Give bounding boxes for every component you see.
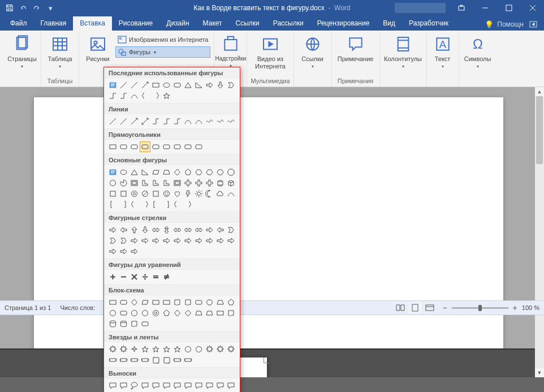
shape-curve[interactable] bbox=[193, 116, 204, 127]
shape-tri[interactable] bbox=[183, 80, 193, 91]
shape-arR[interactable] bbox=[129, 246, 140, 257]
shape-don[interactable] bbox=[150, 308, 161, 318]
shape-brace2[interactable] bbox=[183, 199, 193, 210]
scroll-thumb[interactable] bbox=[536, 96, 543, 164]
shape-circ[interactable] bbox=[140, 308, 150, 318]
shape-brack2[interactable] bbox=[161, 199, 172, 210]
tab-review[interactable]: Рецензирование bbox=[310, 16, 377, 31]
shape-ribbon[interactable] bbox=[118, 355, 129, 365]
shape-rect[interactable] bbox=[150, 297, 161, 308]
shape-line[interactable] bbox=[107, 116, 118, 127]
read-mode-button[interactable] bbox=[394, 302, 407, 313]
shape-curve[interactable] bbox=[226, 188, 236, 199]
tab-mailings[interactable]: Рассылки bbox=[266, 16, 310, 31]
shape-brack[interactable] bbox=[150, 199, 161, 210]
shape-plus[interactable] bbox=[183, 178, 193, 188]
shape-arD[interactable] bbox=[140, 225, 150, 235]
shape-brace[interactable] bbox=[140, 91, 150, 101]
shape-star[interactable] bbox=[161, 344, 172, 355]
pictures-button[interactable]: Рисунки bbox=[83, 33, 113, 63]
shape-arR[interactable] bbox=[204, 225, 215, 235]
shape-free[interactable] bbox=[215, 116, 226, 127]
shape-trap[interactable] bbox=[161, 167, 172, 178]
print-layout-button[interactable] bbox=[408, 302, 422, 313]
shape-arLR[interactable] bbox=[183, 225, 193, 235]
shape-don[interactable] bbox=[129, 188, 140, 199]
shape-hex[interactable] bbox=[204, 297, 215, 308]
shape-arrow[interactable] bbox=[129, 116, 140, 127]
vertical-scrollbar[interactable]: ▲ ▼ bbox=[535, 87, 544, 377]
shape-speech[interactable] bbox=[161, 380, 172, 391]
shape-line[interactable] bbox=[118, 80, 129, 91]
shape-sq[interactable] bbox=[118, 188, 129, 199]
shape-rrect[interactable] bbox=[161, 141, 172, 152]
shape-star4[interactable] bbox=[129, 344, 140, 355]
shape-arUD[interactable] bbox=[161, 225, 172, 235]
shape-l[interactable] bbox=[161, 178, 172, 188]
shape-eq_neq[interactable] bbox=[161, 272, 172, 282]
shape-rect[interactable] bbox=[107, 297, 118, 308]
shape-arLR[interactable] bbox=[172, 225, 183, 235]
shape-free[interactable] bbox=[226, 116, 236, 127]
shape-oval[interactable] bbox=[161, 80, 172, 91]
shape-rrect[interactable] bbox=[118, 297, 129, 308]
zoom-slider[interactable] bbox=[452, 307, 508, 309]
shape-tb[interactable] bbox=[107, 167, 118, 178]
shape-plus[interactable] bbox=[204, 178, 215, 188]
shape-speech[interactable] bbox=[107, 380, 118, 391]
shape-elbow[interactable] bbox=[161, 116, 172, 127]
shape-star[interactable] bbox=[150, 344, 161, 355]
tab-layout[interactable]: Макет bbox=[196, 16, 229, 31]
shape-arL[interactable] bbox=[215, 225, 226, 235]
shape-scroll[interactable] bbox=[161, 355, 172, 365]
shape-elbow[interactable] bbox=[150, 116, 161, 127]
shape-eq_minus[interactable] bbox=[118, 272, 129, 282]
shape-cyl[interactable] bbox=[107, 318, 118, 329]
shape-sq[interactable] bbox=[150, 188, 161, 199]
shape-eq_plus[interactable] bbox=[107, 272, 118, 282]
shape-para[interactable] bbox=[140, 297, 150, 308]
shape-brace[interactable] bbox=[129, 199, 140, 210]
close-button[interactable] bbox=[521, 0, 544, 16]
symbols-button[interactable]: Ω Символы ▾ bbox=[463, 33, 493, 69]
shape-bolt[interactable] bbox=[183, 188, 193, 199]
shape-scroll[interactable] bbox=[150, 355, 161, 365]
shape-arR[interactable] bbox=[129, 235, 140, 246]
shape-rtri[interactable] bbox=[140, 167, 150, 178]
shape-trap[interactable] bbox=[193, 308, 204, 318]
save-button[interactable] bbox=[3, 2, 16, 14]
shape-arR[interactable] bbox=[107, 246, 118, 257]
online-pictures-button[interactable]: Изображения из Интернета bbox=[115, 34, 210, 45]
shape-can[interactable] bbox=[215, 178, 226, 188]
shape-l[interactable] bbox=[150, 178, 161, 188]
shape-line[interactable] bbox=[129, 80, 140, 91]
shape-rrect[interactable] bbox=[183, 141, 193, 152]
shape-star[interactable] bbox=[172, 344, 183, 355]
shape-brack2[interactable] bbox=[118, 199, 129, 210]
shape-arLR[interactable] bbox=[150, 225, 161, 235]
shape-oval[interactable] bbox=[118, 167, 129, 178]
shape-speech[interactable] bbox=[183, 380, 193, 391]
shape-db[interactable] bbox=[118, 318, 129, 329]
shape-eq_eq[interactable] bbox=[150, 272, 161, 282]
shape-arR[interactable] bbox=[183, 235, 193, 246]
shape-rrect[interactable] bbox=[140, 318, 150, 329]
shape-curve[interactable] bbox=[183, 116, 193, 127]
shape-trap[interactable] bbox=[204, 308, 215, 318]
shape-doc[interactable] bbox=[183, 297, 193, 308]
shape-burst[interactable] bbox=[204, 344, 215, 355]
shape-tri[interactable] bbox=[129, 167, 140, 178]
shape-rect[interactable] bbox=[150, 80, 161, 91]
shape-ribbon[interactable] bbox=[129, 355, 140, 365]
shape-arR[interactable] bbox=[150, 235, 161, 246]
shape-eq_div[interactable] bbox=[140, 272, 150, 282]
shape-rrect[interactable] bbox=[150, 141, 161, 152]
shape-diam[interactable] bbox=[183, 308, 193, 318]
shape-sun[interactable] bbox=[193, 188, 204, 199]
ribbon-options-button[interactable] bbox=[450, 0, 473, 16]
shape-trap[interactable] bbox=[215, 297, 226, 308]
shape-arU[interactable] bbox=[129, 225, 140, 235]
tab-draw[interactable]: Рисование bbox=[112, 16, 159, 31]
word-count[interactable]: Число слов: bbox=[60, 304, 95, 311]
shape-darrow[interactable] bbox=[140, 116, 150, 127]
